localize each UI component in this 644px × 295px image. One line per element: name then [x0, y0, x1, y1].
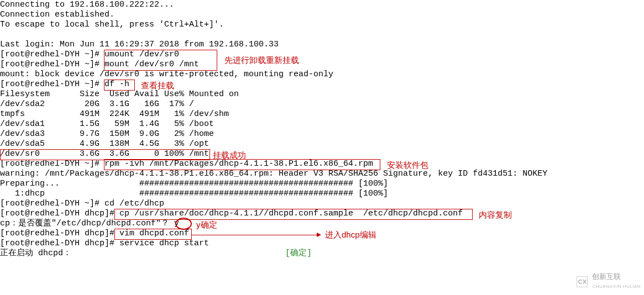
line-starting: 正在启动 dhcpd： [0, 249, 71, 258]
annotation-y-confirm: y确定 [196, 220, 217, 229]
line-mount-msg: mount: block device /dev/sr0 is write-pr… [0, 70, 333, 79]
line-service: [root@redhel-DYH dhcp]# service dhcp sta… [0, 239, 209, 248]
line-df5: /dev/sda5 4.9G 138M 4.5G 3% /opt [0, 139, 209, 149]
line-cp-confirm: cp：是否覆盖"/etc/dhcp/dhcpd.conf"？ y [0, 219, 179, 228]
line-vim: [root@redhel-DYH dhcp]# vim dhcpd.conf [0, 229, 189, 238]
line-df: [root@redhel-DYH ~]# df -h [0, 80, 129, 89]
annotation-check-mount: 查看挂载 [141, 81, 174, 90]
line-warning: warning: /mnt/Packages/dhcp-4.1.1-38.P1.… [0, 169, 547, 178]
terminal-output: Connecting to 192.168.100.222:22... Conn… [0, 0, 547, 259]
annotation-mount-success: 挂载成功 [213, 150, 246, 160]
line-rpm: [root@redhel-DYH ~]# rpm -ivh /mnt/Packa… [0, 159, 373, 168]
watermark: CX 创新互联 CHUANGXIN HULIAN [577, 272, 641, 292]
line-df-header: Filesystem Size Used Avail Use% Mounted … [0, 89, 239, 99]
line-df3: /dev/sda1 1.5G 59M 1.4G 5% /boot [0, 119, 214, 129]
ok-badge: [确定] [285, 249, 312, 258]
line-df6: /dev/sr0 3.6G 3.6G 0 100% /mnt [0, 149, 209, 159]
line-pkg1: 1:dhcp #################################… [0, 189, 388, 198]
line-df4: /dev/sda3 9.7G 150M 9.0G 2% /home [0, 129, 214, 139]
annotation-copy-content: 内容复制 [479, 210, 512, 219]
line-cd: [root@redhel-DYH ~]# cd /etc/dhcp [0, 199, 164, 208]
line-preparing: Preparing... ###########################… [0, 179, 388, 188]
watermark-sub: CHUANGXIN HULIAN [592, 282, 641, 292]
line-connection-est: Connection established. [0, 10, 114, 19]
line-mount: [root@redhel-DYH ~]# mount /dev/sr0 /mnt [0, 60, 199, 69]
annotation-install-pkg: 安装软件包 [387, 160, 428, 170]
annotation-remount: 先进行卸载重新挂载 [224, 55, 299, 65]
line-escape: To escape to local shell, press 'Ctrl+Al… [0, 20, 224, 29]
line-connecting: Connecting to 192.168.100.222:22... [0, 0, 174, 9]
annotation-enter-dhcp-edit: 进入dhcp编辑 [325, 230, 376, 239]
arrow-line-vim [192, 235, 317, 235]
line-df1: /dev/sda2 20G 3.1G 16G 17% / [0, 99, 194, 109]
line-last-login: Last login: Mon Jun 11 16:29:37 2018 fro… [0, 40, 279, 49]
line-umount: [root@redhel-DYH ~]# umount /dev/sr0 [0, 50, 179, 59]
watermark-logo-icon: CX [577, 276, 588, 287]
line-cp: [root@redhel-DYH dhcp]# cp /usr/share/do… [0, 209, 463, 218]
arrow-head-vim [317, 233, 321, 237]
watermark-text: 创新互联 [592, 272, 641, 282]
line-df2: tmpfs 491M 224K 491M 1% /dev/shm [0, 109, 229, 119]
